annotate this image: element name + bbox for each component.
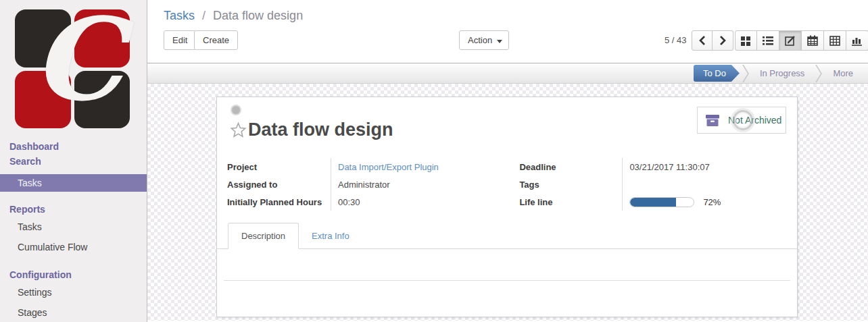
pager-buttons: [692, 30, 733, 51]
action-label: Action: [468, 35, 492, 45]
calendar-icon: [807, 35, 818, 46]
field-label-tags: Tags: [519, 176, 622, 193]
field-label-project: Project: [227, 158, 331, 176]
chevron-right-icon: [719, 36, 726, 45]
view-graph-button[interactable]: [846, 30, 868, 51]
stage-in-progress[interactable]: In Progress: [750, 68, 814, 78]
sidebar-item-search[interactable]: Search: [0, 154, 147, 169]
view-pivot-button[interactable]: [824, 30, 846, 51]
content-divider: [224, 280, 790, 281]
caret-down-icon: [497, 40, 502, 43]
pager-next-button[interactable]: [713, 30, 733, 51]
action-dropdown-button[interactable]: Action: [459, 30, 509, 50]
sidebar-item-reports-tasks[interactable]: Tasks: [0, 217, 147, 237]
not-archived-button[interactable]: Not Archived: [697, 107, 786, 134]
breadcrumb-current: Data flow design: [213, 9, 303, 22]
main-header: Tasks / Data flow design Edit Create Act…: [147, 0, 868, 63]
breadcrumb: Tasks / Data flow design: [147, 0, 868, 23]
tab-description[interactable]: Description: [228, 223, 299, 249]
main-area: Tasks / Data flow design Edit Create Act…: [147, 0, 868, 322]
field-label-assigned-to: Assigned to: [227, 176, 331, 193]
tab-extra-info[interactable]: Extra Info: [299, 223, 362, 248]
pager-previous-button[interactable]: [692, 30, 713, 51]
toolbar: Edit Create Action 5 / 43: [147, 30, 868, 57]
sidebar-section-reports: Reports: [0, 202, 147, 217]
field-label-initially-planned-hours: Initially Planned Hours: [227, 193, 331, 211]
task-title: Data flow design: [248, 119, 393, 140]
field-value-deadline: 03/21/2017 11:30:07: [629, 158, 787, 176]
sidebar-item-stages[interactable]: Stages: [0, 302, 147, 322]
field-group-left: Project Assigned to Initially Planned Ho…: [227, 158, 517, 211]
pivot-table-icon: [829, 36, 840, 46]
sidebar-item-tasks-selected[interactable]: Tasks: [0, 174, 147, 192]
life-line-percent: 72%: [703, 197, 721, 207]
life-line-progressbar: 72%: [629, 197, 721, 207]
life-line-progress-fill: [630, 198, 676, 207]
app-logo: C: [15, 9, 130, 128]
create-button[interactable]: Create: [194, 30, 238, 50]
view-switcher: [735, 30, 868, 51]
stage-separator-icon: [742, 65, 749, 82]
field-value-tags: [629, 176, 787, 193]
statusbar: To Do In Progress More: [147, 63, 868, 84]
view-kanban-button[interactable]: [735, 30, 757, 51]
chevron-left-icon: [699, 36, 706, 45]
field-value-initially-planned-hours: 00:30: [338, 193, 517, 211]
archive-box-icon: [705, 114, 720, 127]
stage-more[interactable]: More: [823, 68, 863, 78]
sidebar-item-settings[interactable]: Settings: [0, 282, 147, 302]
stage-to-do[interactable]: To Do: [694, 65, 740, 82]
form-card: Data flow design Not Archived Project As…: [216, 97, 798, 317]
sidebar-item-dashboard[interactable]: Dashboard: [0, 139, 147, 154]
view-list-button[interactable]: [757, 30, 779, 51]
breadcrumb-tasks-link[interactable]: Tasks: [164, 9, 195, 22]
not-archived-label: Not Archived: [728, 115, 781, 126]
status-dot-icon: [232, 106, 240, 114]
field-label-life-line: Life line: [519, 193, 622, 211]
notebook-tabs: Description Extra Info: [217, 223, 797, 249]
sidebar-section-configuration: Configuration: [0, 267, 147, 282]
view-form-button[interactable]: [779, 30, 802, 51]
field-value-project-link[interactable]: Data Import/Export Plugin: [338, 158, 517, 176]
kanban-icon: [741, 36, 751, 46]
stage-separator-icon: [815, 65, 822, 82]
pager-counter: 5 / 43: [665, 35, 687, 45]
edit-button[interactable]: Edit: [164, 30, 196, 50]
list-icon: [763, 36, 773, 45]
field-value-assigned-to: Administrator: [338, 176, 517, 193]
view-calendar-button[interactable]: [802, 30, 824, 51]
breadcrumb-separator: /: [198, 9, 210, 22]
app-window: C Dashboard Search Tasks Reports Tasks C…: [0, 0, 868, 322]
favorite-star-icon[interactable]: [230, 122, 247, 138]
bar-chart-icon: [852, 35, 863, 46]
sidebar: C Dashboard Search Tasks Reports Tasks C…: [0, 0, 147, 322]
sidebar-item-cumulative-flow[interactable]: Cumulative Flow: [0, 237, 147, 257]
form-view-background: Data flow design Not Archived Project As…: [147, 84, 868, 321]
logo-letter: C: [32, 0, 123, 128]
field-groups: Project Assigned to Initially Planned Ho…: [227, 158, 787, 211]
field-label-deadline: Deadline: [519, 158, 622, 176]
edit-form-icon: [785, 35, 796, 46]
field-group-right: Deadline Tags Life line 03/21/2017 11:30…: [519, 158, 787, 211]
